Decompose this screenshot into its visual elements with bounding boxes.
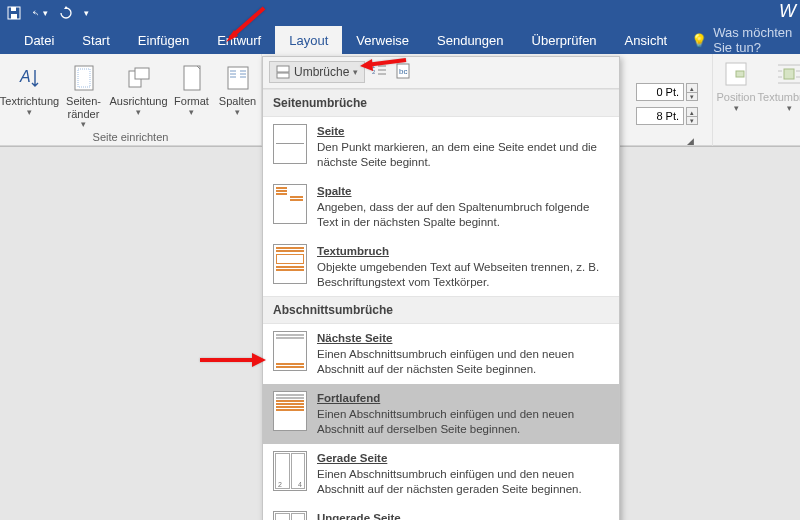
svg-text:A: A (19, 68, 31, 85)
seitenraender-button[interactable]: Seiten- ränder ▾ (60, 58, 108, 129)
dd-title: Seite (317, 124, 609, 139)
svg-rect-25 (277, 66, 289, 72)
tab-layout[interactable]: Layout (275, 26, 342, 54)
ribbon-tabs: Datei Start Einfügen Entwurf Layout Verw… (0, 26, 800, 54)
textrichtung-icon: A (14, 62, 46, 94)
dd-desc: Einen Abschnittsumbruch einfügen und den… (317, 408, 574, 435)
undo-icon[interactable]: ▾ (32, 5, 48, 21)
dd-title: Gerade Seite (317, 451, 609, 466)
spinner-buttons[interactable]: ▴▾ (686, 107, 698, 125)
spacing-before-input[interactable] (636, 83, 684, 101)
dd-section-seitenumbrueche: Seitenumbrüche (263, 89, 619, 117)
dd-item-naechste-seite[interactable]: Nächste Seite Einen Abschnittsumbruch ei… (263, 324, 619, 384)
dd-section-abschnittsumbrueche: Abschnittsumbrüche (263, 296, 619, 324)
app-letter: W (779, 1, 796, 22)
orientation-icon (123, 62, 155, 94)
size-icon (176, 62, 208, 94)
spacing-after[interactable]: ▴▾ (636, 107, 698, 125)
svg-rect-18 (784, 69, 794, 79)
lightbulb-icon: 💡 (691, 33, 707, 48)
thumb-textumbruch-icon (273, 244, 307, 284)
umbrueche-dropdown: Umbrüche ▾ 12 bc Seitenumbrüche Seite De… (262, 56, 620, 520)
dd-title: Fortlaufend (317, 391, 609, 406)
annotation-arrow-umbrueche (348, 52, 410, 74)
tab-datei[interactable]: Datei (10, 26, 68, 54)
svg-rect-26 (277, 73, 289, 78)
svg-rect-7 (135, 68, 149, 79)
breaks-icon (276, 65, 290, 79)
spalten-label: Spalten (219, 95, 256, 108)
dd-item-gerade-seite[interactable]: 2 4 Gerade Seite Einen Abschnittsumbruch… (263, 444, 619, 504)
svg-rect-17 (736, 71, 744, 77)
annotation-arrow-tab (214, 4, 274, 46)
spalten-button[interactable]: Spalten ▾ (216, 58, 260, 117)
dd-item-fortlaufend[interactable]: Fortlaufend Einen Abschnittsumbruch einf… (263, 384, 619, 444)
tell-me-placeholder: Was möchten Sie tun? (713, 25, 800, 55)
ausrichtung-label: Ausrichtung (109, 95, 167, 108)
svg-rect-1 (11, 14, 17, 19)
group-seite-einrichten: A Textrichtung ▾ Seiten- ränder ▾ Ausric… (0, 54, 262, 145)
textrichtung-button[interactable]: A Textrichtung ▾ (2, 58, 58, 117)
dd-item-textumbruch[interactable]: Textumbruch Objekte umgebenden Text auf … (263, 237, 619, 297)
tab-sendungen[interactable]: Sendungen (423, 26, 518, 54)
dd-item-seite[interactable]: Seite Den Punkt markieren, an dem eine S… (263, 117, 619, 177)
dialog-launcher-icon[interactable]: ◢ (687, 136, 694, 146)
format-button[interactable]: Format ▾ (170, 58, 214, 117)
dd-desc: Einen Abschnittsumbruch einfügen und den… (317, 468, 582, 495)
wrap-text-icon (773, 58, 800, 90)
position-icon (720, 58, 752, 90)
umbrueche-label: Umbrüche (294, 65, 349, 79)
save-icon[interactable] (6, 5, 22, 21)
tab-einfuegen[interactable]: Einfügen (124, 26, 203, 54)
title-bar: ▾ ▾ W (0, 0, 800, 26)
spacing-before[interactable]: ▴▾ (636, 83, 698, 101)
dd-desc: Angeben, dass der auf den Spaltenumbruch… (317, 201, 589, 228)
format-label: Format (174, 95, 209, 108)
dd-item-spalte[interactable]: Spalte Angeben, dass der auf den Spalten… (263, 177, 619, 237)
dd-title: Nächste Seite (317, 331, 609, 346)
thumb-ungerade-icon: 1 3 (273, 511, 307, 520)
annotation-arrow-fortlaufend (194, 348, 274, 372)
tab-ansicht[interactable]: Ansicht (611, 26, 682, 54)
tell-me[interactable]: 💡 Was möchten Sie tun? (691, 26, 800, 54)
tab-ueberpruefen[interactable]: Überprüfen (518, 26, 611, 54)
ausrichtung-button[interactable]: Ausrichtung ▾ (110, 58, 168, 117)
dd-desc: Einen Abschnittsumbruch einfügen und den… (317, 348, 574, 375)
thumb-spalte-icon (273, 184, 307, 224)
position-label: Position (716, 91, 755, 104)
thumb-gerade-icon: 2 4 (273, 451, 307, 491)
svg-rect-8 (184, 66, 200, 90)
group-label-seite-einrichten: Seite einrichten (4, 129, 257, 144)
margins-icon (68, 62, 100, 94)
spacing-after-input[interactable] (636, 107, 684, 125)
thumb-seite-icon (273, 124, 307, 164)
textrichtung-label: Textrichtung (0, 95, 59, 108)
spinner-buttons[interactable]: ▴▾ (686, 83, 698, 101)
thumb-fortlaufend-icon (273, 391, 307, 431)
thumb-naechste-icon (273, 331, 307, 371)
dd-title: Textumbruch (317, 244, 609, 259)
dd-item-ungerade-seite[interactable]: 1 3 Ungerade Seite Einen Abschnittsumbru… (263, 504, 619, 520)
svg-rect-2 (11, 7, 16, 11)
position-button[interactable]: Position ▾ (713, 54, 759, 146)
dd-desc: Den Punkt markieren, an dem eine Seite e… (317, 141, 597, 168)
textumbruch-button[interactable]: Textumbruch ▾ (759, 54, 800, 146)
dd-title: Spalte (317, 184, 609, 199)
columns-icon (222, 62, 254, 94)
seitenraender-label: Seiten- ränder (66, 95, 101, 120)
qat-customize-icon[interactable]: ▾ (84, 9, 89, 18)
dd-title: Ungerade Seite (317, 511, 609, 520)
svg-rect-9 (228, 67, 248, 89)
textumbruch-label: Textumbruch (758, 91, 800, 104)
dd-desc: Objekte umgebenden Text auf Webseiten tr… (317, 261, 599, 288)
redo-icon[interactable] (58, 5, 74, 21)
tab-start[interactable]: Start (68, 26, 123, 54)
tab-verweise[interactable]: Verweise (342, 26, 423, 54)
quick-access-toolbar: ▾ ▾ (6, 5, 89, 21)
